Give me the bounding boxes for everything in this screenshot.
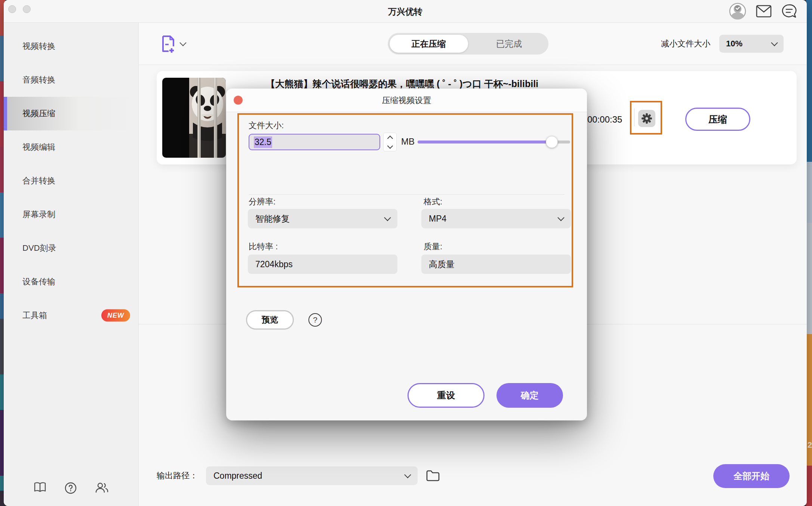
file-size-unit: MB (401, 136, 415, 147)
reduce-size-select[interactable]: 10% (719, 35, 784, 53)
chevron-down-icon (384, 214, 391, 221)
new-badge: NEW (101, 309, 130, 322)
dialog-header: 压缩视频设置 (226, 89, 587, 112)
chevron-down-icon (404, 471, 411, 478)
resolution-label: 分辨率: (249, 196, 276, 207)
reduce-size-label: 减小文件大小 (661, 38, 710, 49)
dialog-title: 压缩视频设置 (226, 95, 587, 106)
start-all-button[interactable]: 全部开始 (713, 464, 790, 488)
sidebar-item-audio-convert[interactable]: 音频转换 (4, 63, 138, 97)
format-select[interactable]: MP4 (421, 209, 571, 228)
output-path-label: 输出路径： (157, 470, 198, 481)
account-avatar-icon[interactable] (729, 3, 746, 20)
video-duration: 00:00:35 (587, 114, 622, 125)
tab-compressing[interactable]: 正在压缩 (390, 35, 468, 53)
chevron-down-icon (557, 214, 564, 221)
preview-button[interactable]: 预览 (246, 310, 294, 330)
compress-button[interactable]: 压缩 (685, 108, 750, 131)
sidebar-item-screen-record[interactable]: 屏幕录制 (4, 198, 138, 231)
sidebar-item-dvd-burn[interactable]: DVD刻录 (4, 231, 138, 265)
reset-button[interactable]: 重设 (407, 383, 485, 408)
chevron-down-icon (771, 39, 778, 46)
file-plus-icon (161, 35, 175, 53)
quality-field: 高质量 (421, 254, 571, 274)
main-toolbar: 正在压缩 已完成 减小文件大小 10% (139, 23, 807, 65)
slider-thumb[interactable] (546, 136, 558, 148)
sidebar-item-toolbox[interactable]: 工具箱 NEW (4, 299, 138, 332)
compress-settings-dialog: 压缩视频设置 文件大小: 32.5 MB 分辨率: 格式: 智能修复 (226, 89, 587, 420)
quality-label: 质量: (424, 241, 442, 252)
mail-icon[interactable] (756, 5, 772, 18)
bitrate-field: 7204kbps (248, 254, 397, 274)
app-window: 万兴优转 (4, 0, 807, 506)
book-icon[interactable] (34, 482, 46, 494)
file-size-value: 32.5 (254, 136, 272, 148)
panda-thumbnail-image (189, 78, 226, 158)
community-icon[interactable] (95, 482, 108, 494)
slider-fill (418, 141, 552, 144)
desktop-edge-text: 2 (808, 440, 812, 450)
sidebar-item-video-compress[interactable]: 视频压缩 (4, 97, 138, 130)
help-icon[interactable] (65, 482, 77, 494)
sidebar-item-device-transfer[interactable]: 设备传输 (4, 265, 138, 299)
divider (249, 194, 565, 195)
stepper-down-icon[interactable] (387, 143, 393, 149)
titlebar: 万兴优转 (4, 0, 807, 23)
status-tabs: 正在压缩 已完成 (388, 33, 548, 55)
add-file-button[interactable] (161, 35, 185, 53)
output-path-select[interactable]: Compressed (206, 466, 418, 485)
bitrate-label: 比特率 : (249, 241, 278, 252)
help-icon[interactable]: ? (308, 313, 322, 327)
app-title: 万兴优转 (4, 6, 807, 18)
format-label: 格式: (424, 196, 442, 207)
resolution-select[interactable]: 智能修复 (248, 209, 397, 228)
desktop-background-right: 2 (806, 0, 812, 506)
annotation-gear-highlight (630, 101, 662, 135)
stepper-up-icon[interactable] (387, 135, 393, 141)
sidebar-item-merge-convert[interactable]: 合并转换 (4, 164, 138, 198)
file-size-stepper[interactable] (383, 133, 397, 151)
chevron-down-icon (179, 39, 186, 46)
file-size-slider[interactable] (418, 141, 570, 144)
screen: 2 万兴优转 (0, 0, 812, 506)
sidebar-item-video-edit[interactable]: 视频编辑 (4, 130, 138, 164)
confirm-button[interactable]: 确定 (496, 383, 563, 408)
file-size-label: 文件大小: (249, 120, 284, 131)
folder-icon[interactable] (426, 470, 440, 482)
video-thumbnail (162, 78, 226, 158)
sidebar-item-video-convert[interactable]: 视频转换 (4, 30, 138, 63)
sidebar: 视频转换 音频转换 视频压缩 视频编辑 合并转换 屏幕录制 DVD刻录 设备传输… (4, 23, 139, 506)
tab-finished[interactable]: 已完成 (470, 35, 548, 53)
file-size-input[interactable]: 32.5 (249, 134, 380, 150)
feedback-chat-icon[interactable] (781, 4, 797, 19)
